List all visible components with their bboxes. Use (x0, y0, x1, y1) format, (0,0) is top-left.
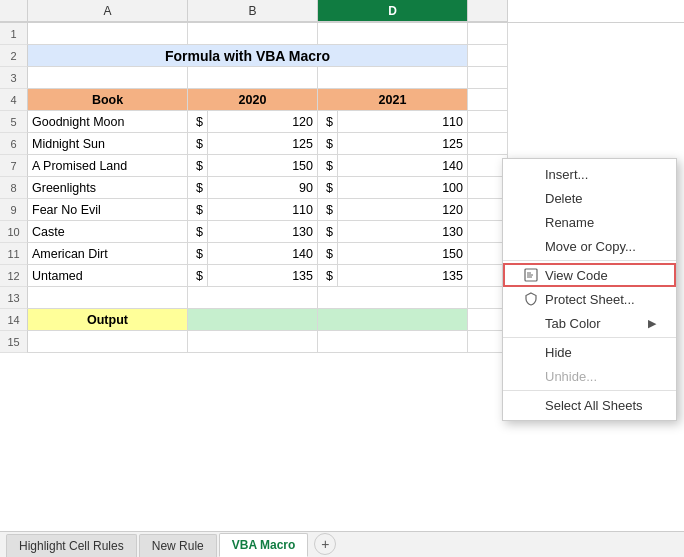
cell-c7-dollar[interactable]: $ (188, 155, 208, 177)
cell-d11-dollar[interactable]: $ (318, 243, 338, 265)
cell-c7-val[interactable]: 150 (208, 155, 318, 177)
cell-title[interactable]: Formula with VBA Macro (28, 45, 468, 67)
cell-c1[interactable] (188, 23, 318, 45)
header-book[interactable]: Book (28, 89, 188, 111)
menu-item-rename[interactable]: Rename (503, 210, 676, 234)
cell-d12-val[interactable]: 135 (338, 265, 468, 287)
row-1 (28, 23, 684, 45)
cell-d12-dollar[interactable]: $ (318, 265, 338, 287)
cell-c5-val[interactable]: 120 (208, 111, 318, 133)
cell-c12-dollar[interactable]: $ (188, 265, 208, 287)
cell-b5[interactable]: Goodnight Moon (28, 111, 188, 133)
cell-c6-val[interactable]: 125 (208, 133, 318, 155)
cell-b6[interactable]: Midnight Sun (28, 133, 188, 155)
cell-b11[interactable]: American Dirt (28, 243, 188, 265)
menu-item-hide[interactable]: Hide (503, 340, 676, 364)
menu-separator-3 (503, 390, 676, 391)
cell-d7-dollar[interactable]: $ (318, 155, 338, 177)
cell-c9-dollar[interactable]: $ (188, 199, 208, 221)
row-num-10: 10 (0, 221, 28, 243)
cell-d6-val[interactable]: 125 (338, 133, 468, 155)
col-header-a[interactable]: A (28, 0, 188, 22)
row-num-5: 5 (0, 111, 28, 133)
cell-c12-val[interactable]: 135 (208, 265, 318, 287)
cell-e3[interactable] (468, 67, 508, 89)
cell-b8[interactable]: Greenlights (28, 177, 188, 199)
context-menu: Insert... Delete Rename Move or Copy... … (502, 158, 677, 421)
menu-item-insert[interactable]: Insert... (503, 162, 676, 186)
insert-icon (523, 166, 539, 182)
cell-d10-val[interactable]: 130 (338, 221, 468, 243)
cell-e4[interactable] (468, 89, 508, 111)
cell-output-label[interactable]: Output (28, 309, 188, 331)
menu-item-view-code[interactable]: View Code (503, 263, 676, 287)
cell-c6-dollar[interactable]: $ (188, 133, 208, 155)
cell-b9[interactable]: Fear No Evil (28, 199, 188, 221)
cell-c14[interactable] (188, 309, 318, 331)
menu-item-select-all-sheets[interactable]: Select All Sheets (503, 393, 676, 417)
cell-b7[interactable]: A Promised Land (28, 155, 188, 177)
cell-e2[interactable] (468, 45, 508, 67)
row-num-1: 1 (0, 23, 28, 45)
cell-b10[interactable]: Caste (28, 221, 188, 243)
row-num-14: 14 (0, 309, 28, 331)
cell-d3[interactable] (318, 67, 468, 89)
cell-d6-dollar[interactable]: $ (318, 133, 338, 155)
col-header-c[interactable]: D (318, 0, 468, 22)
cell-d9-val[interactable]: 120 (338, 199, 468, 221)
cell-d5-val[interactable]: 110 (338, 111, 468, 133)
cell-e6[interactable] (468, 133, 508, 155)
cell-d8-dollar[interactable]: $ (318, 177, 338, 199)
tab-color-icon (523, 315, 539, 331)
cell-d1[interactable] (318, 23, 468, 45)
cell-c11-val[interactable]: 140 (208, 243, 318, 265)
menu-item-unhide: Unhide... (503, 364, 676, 388)
row-num-15: 15 (0, 331, 28, 353)
col-header-b[interactable]: B (188, 0, 318, 22)
cell-e1[interactable] (468, 23, 508, 45)
col-header-d[interactable] (468, 0, 508, 22)
tab-vba-macro[interactable]: VBA Macro (219, 533, 309, 557)
cell-b15[interactable] (28, 331, 188, 353)
row-num-7: 7 (0, 155, 28, 177)
cell-b13[interactable] (28, 287, 188, 309)
cell-c3[interactable] (188, 67, 318, 89)
cell-d11-val[interactable]: 150 (338, 243, 468, 265)
cell-c13[interactable] (188, 287, 318, 309)
menu-item-move-copy[interactable]: Move or Copy... (503, 234, 676, 258)
cell-c9-val[interactable]: 110 (208, 199, 318, 221)
cell-c8-val[interactable]: 90 (208, 177, 318, 199)
menu-item-tab-color[interactable]: Tab Color ▶ (503, 311, 676, 335)
cell-d14[interactable] (318, 309, 468, 331)
cell-d15[interactable] (318, 331, 468, 353)
menu-item-delete[interactable]: Delete (503, 186, 676, 210)
row-num-2: 2 (0, 45, 28, 67)
cell-d5-dollar[interactable]: $ (318, 111, 338, 133)
column-headers: A B D (0, 0, 684, 23)
cell-d7-val[interactable]: 140 (338, 155, 468, 177)
cell-e5[interactable] (468, 111, 508, 133)
select-all-sheets-icon (523, 397, 539, 413)
cell-c11-dollar[interactable]: $ (188, 243, 208, 265)
menu-separator-1 (503, 260, 676, 261)
delete-icon (523, 190, 539, 206)
header-2020[interactable]: 2020 (188, 89, 318, 111)
cell-c8-dollar[interactable]: $ (188, 177, 208, 199)
tab-highlight-cell-rules[interactable]: Highlight Cell Rules (6, 534, 137, 557)
header-2021[interactable]: 2021 (318, 89, 468, 111)
cell-b12[interactable]: Untamed (28, 265, 188, 287)
menu-item-protect-sheet[interactable]: Protect Sheet... (503, 287, 676, 311)
tab-new-rule[interactable]: New Rule (139, 534, 217, 557)
hide-icon (523, 344, 539, 360)
cell-d8-val[interactable]: 100 (338, 177, 468, 199)
cell-c15[interactable] (188, 331, 318, 353)
cell-d10-dollar[interactable]: $ (318, 221, 338, 243)
add-sheet-button[interactable]: + (314, 533, 336, 555)
cell-d9-dollar[interactable]: $ (318, 199, 338, 221)
cell-c10-val[interactable]: 130 (208, 221, 318, 243)
cell-d13[interactable] (318, 287, 468, 309)
cell-b1[interactable] (28, 23, 188, 45)
cell-c10-dollar[interactable]: $ (188, 221, 208, 243)
cell-b3[interactable] (28, 67, 188, 89)
cell-c5-dollar[interactable]: $ (188, 111, 208, 133)
